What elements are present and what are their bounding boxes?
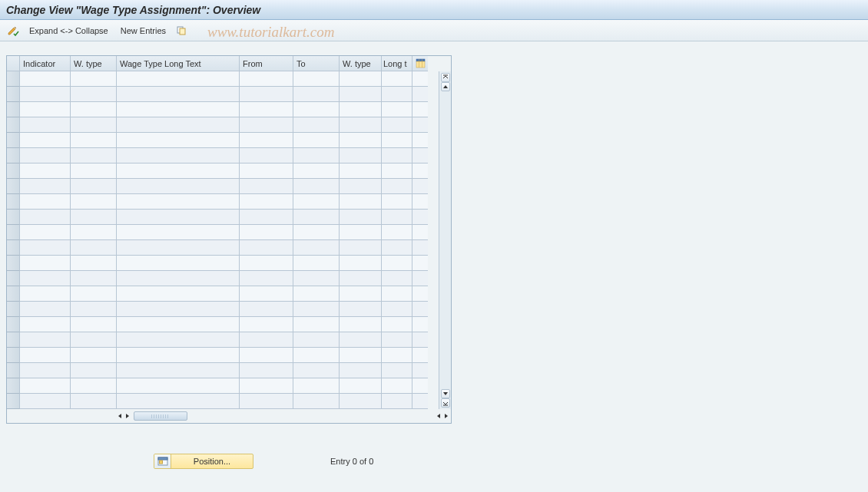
cell[interactable]	[340, 163, 382, 179]
cell[interactable]	[71, 71, 117, 87]
cell[interactable]	[240, 225, 293, 240]
cell[interactable]	[293, 240, 340, 256]
cell[interactable]	[117, 148, 240, 163]
cell[interactable]	[71, 286, 117, 302]
cell[interactable]	[293, 302, 340, 317]
cell[interactable]	[412, 87, 428, 102]
row-selector[interactable]	[7, 256, 20, 271]
row-selector[interactable]	[7, 163, 20, 179]
cell[interactable]	[20, 348, 71, 363]
cell[interactable]	[71, 133, 117, 148]
cell[interactable]	[340, 363, 382, 378]
cell[interactable]	[71, 225, 117, 240]
cell[interactable]	[20, 225, 71, 240]
cell[interactable]	[340, 210, 382, 225]
cell[interactable]	[240, 240, 293, 256]
cell[interactable]	[117, 210, 240, 225]
cell[interactable]	[340, 117, 382, 133]
vertical-scrollbar[interactable]	[439, 71, 451, 409]
cell[interactable]	[240, 378, 293, 394]
row-selector[interactable]	[7, 225, 20, 240]
hscroll-split-right-icon[interactable]	[124, 413, 131, 419]
new-entries-button[interactable]: New Entries	[116, 24, 171, 38]
cell[interactable]	[340, 302, 382, 317]
cell[interactable]	[240, 71, 293, 87]
cell[interactable]	[412, 256, 428, 271]
cell[interactable]	[117, 286, 240, 302]
cell[interactable]	[117, 194, 240, 210]
cell[interactable]	[117, 348, 240, 363]
cell[interactable]	[382, 302, 412, 317]
cell[interactable]	[240, 194, 293, 210]
row-selector[interactable]	[7, 117, 20, 133]
cell[interactable]	[117, 394, 240, 409]
cell[interactable]	[382, 163, 412, 179]
cell[interactable]	[293, 210, 340, 225]
cell[interactable]	[293, 194, 340, 210]
row-selector[interactable]	[7, 102, 20, 117]
col-header-to[interactable]: To	[293, 56, 340, 71]
cell[interactable]	[293, 163, 340, 179]
cell[interactable]	[293, 286, 340, 302]
col-header-wtype2[interactable]: W. type	[340, 56, 382, 71]
row-selector[interactable]	[7, 210, 20, 225]
row-selector[interactable]	[7, 363, 20, 378]
scroll-down-icon[interactable]	[441, 389, 450, 398]
cell[interactable]	[412, 71, 428, 87]
cell[interactable]	[412, 271, 428, 286]
cell[interactable]	[382, 256, 412, 271]
cell[interactable]	[240, 256, 293, 271]
cell[interactable]	[382, 394, 412, 409]
col-header-indicator[interactable]: Indicator	[20, 56, 71, 71]
cell[interactable]	[340, 348, 382, 363]
scroll-down-bottom-icon[interactable]	[441, 398, 450, 408]
cell[interactable]	[71, 332, 117, 348]
cell[interactable]	[382, 87, 412, 102]
cell[interactable]	[412, 225, 428, 240]
hscroll-split-left-icon[interactable]	[117, 413, 123, 419]
cell[interactable]	[20, 240, 71, 256]
col-header-longt[interactable]: Long t	[382, 56, 412, 71]
row-selector[interactable]	[7, 332, 20, 348]
cell[interactable]	[71, 348, 117, 363]
cell[interactable]	[382, 148, 412, 163]
cell[interactable]	[293, 179, 340, 194]
copy-button[interactable]	[174, 24, 189, 38]
cell[interactable]	[382, 225, 412, 240]
cell[interactable]	[382, 194, 412, 210]
cell[interactable]	[382, 102, 412, 117]
cell[interactable]	[20, 302, 71, 317]
cell[interactable]	[412, 179, 428, 194]
cell[interactable]	[412, 210, 428, 225]
cell[interactable]	[240, 286, 293, 302]
cell[interactable]	[382, 286, 412, 302]
cell[interactable]	[382, 332, 412, 348]
cell[interactable]	[340, 286, 382, 302]
cell[interactable]	[71, 378, 117, 394]
cell[interactable]	[340, 378, 382, 394]
cell[interactable]	[382, 71, 412, 87]
horizontal-scrollbar[interactable]	[132, 411, 414, 421]
cell[interactable]	[293, 317, 340, 332]
cell[interactable]	[240, 163, 293, 179]
row-selector[interactable]	[7, 302, 20, 317]
cell[interactable]	[117, 87, 240, 102]
cell[interactable]	[293, 363, 340, 378]
cell[interactable]	[71, 179, 117, 194]
cell[interactable]	[240, 102, 293, 117]
cell[interactable]	[71, 163, 117, 179]
cell[interactable]	[71, 317, 117, 332]
cell[interactable]	[240, 348, 293, 363]
cell[interactable]	[412, 102, 428, 117]
cell[interactable]	[412, 148, 428, 163]
cell[interactable]	[412, 317, 428, 332]
col-header-from[interactable]: From	[240, 56, 293, 71]
cell[interactable]	[71, 87, 117, 102]
cell[interactable]	[412, 117, 428, 133]
cell[interactable]	[240, 317, 293, 332]
cell[interactable]	[117, 102, 240, 117]
cell[interactable]	[340, 317, 382, 332]
cell[interactable]	[240, 332, 293, 348]
cell[interactable]	[340, 179, 382, 194]
cell[interactable]	[20, 256, 71, 271]
